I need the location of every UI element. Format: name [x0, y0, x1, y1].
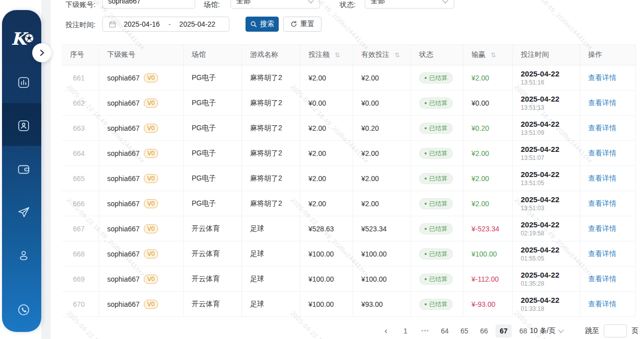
- cell-game: 足球: [242, 216, 300, 241]
- bet-time: 13:51:09: [521, 129, 559, 137]
- cell-bet-amount: ¥2.00: [300, 166, 353, 191]
- venue-value: 开云体育: [192, 275, 220, 284]
- date-start[interactable]: 2025-04-16: [116, 20, 168, 28]
- cell-valid-bet: ¥0.20: [353, 116, 411, 140]
- cell-seq: 666: [62, 191, 99, 216]
- cell-venue: PG电子: [184, 166, 242, 191]
- column-header-9: 操作: [580, 45, 636, 65]
- bet-datetime: 2025-04-2213:51:07: [521, 145, 559, 162]
- view-details-link[interactable]: 查看详情: [588, 149, 616, 158]
- column-header-7[interactable]: 输赢⇅: [463, 45, 513, 65]
- cell-winloss: ¥2.00: [463, 65, 513, 90]
- column-label: 投注额: [308, 50, 330, 59]
- view-details-link[interactable]: 查看详情: [588, 249, 616, 259]
- status-text: 已结算: [429, 301, 447, 308]
- user-icon[interactable]: [17, 249, 30, 262]
- table-row: 667sophia667V0开云体育足球¥528.63¥523.34已结算¥-5…: [62, 216, 636, 241]
- cell-bet-time: 2025-04-2213:51:09: [513, 116, 580, 140]
- column-header-5[interactable]: 有效投注⇅: [353, 45, 411, 65]
- status-select[interactable]: 全部: [365, 0, 454, 9]
- cell-account: sophia667V0: [99, 191, 184, 216]
- view-details-link[interactable]: 查看详情: [588, 174, 616, 183]
- page-size-select[interactable]: 10 条/页: [530, 324, 563, 338]
- jump-page-input[interactable]: [604, 324, 627, 337]
- vip-level-badge: V0: [144, 199, 158, 208]
- bet-datetime: 2025-04-2202:19:58: [521, 220, 559, 237]
- send-icon[interactable]: [17, 206, 30, 219]
- wallet-icon[interactable]: [17, 163, 30, 176]
- cell-game: 麻将胡了2: [242, 141, 300, 165]
- account-name: sophia667: [107, 300, 140, 308]
- view-details-link[interactable]: 查看详情: [588, 300, 616, 309]
- cell-valid-bet: ¥2.00: [353, 191, 411, 216]
- winloss-value: ¥-523.34: [471, 225, 499, 233]
- page-button-68[interactable]: 68: [515, 324, 531, 337]
- phone-circle-icon[interactable]: [17, 303, 30, 316]
- cell-winloss: ¥0.00: [463, 91, 513, 115]
- cell-bet-amount: ¥528.63: [300, 216, 353, 241]
- vip-level-badge: V0: [144, 275, 158, 284]
- column-header-4[interactable]: 投注额⇅: [300, 45, 353, 65]
- user-card-icon[interactable]: [17, 119, 30, 132]
- winloss-value: ¥2.00: [471, 74, 489, 82]
- view-details-link[interactable]: 查看详情: [588, 224, 616, 233]
- cell-valid-bet: ¥100.00: [353, 267, 411, 291]
- account-input[interactable]: sophia667: [102, 0, 195, 9]
- bet-time: 13:51:03: [521, 205, 559, 212]
- bet-time: 13:51:07: [521, 154, 559, 162]
- bar-chart-icon[interactable]: [17, 76, 30, 89]
- cell-bet-amount: ¥2.00: [300, 191, 353, 216]
- cell-account: sophia667V0: [99, 241, 184, 266]
- sidebar-toggle-button[interactable]: [32, 43, 51, 62]
- bet-date: 2025-04-22: [521, 195, 559, 204]
- status-text: 已结算: [429, 200, 447, 207]
- page-ellipsis[interactable]: •••: [417, 324, 433, 337]
- venue-select[interactable]: 全部: [230, 0, 320, 9]
- cell-bet-amount: ¥0.00: [300, 91, 353, 115]
- page-button-64[interactable]: 64: [437, 324, 453, 337]
- view-details-link[interactable]: 查看详情: [588, 99, 616, 108]
- sort-icon[interactable]: ⇅: [335, 51, 340, 59]
- status-dot-icon: [425, 77, 427, 79]
- sort-icon[interactable]: ⇅: [491, 51, 496, 59]
- sort-icon[interactable]: ⇅: [394, 51, 400, 59]
- page-button-65[interactable]: 65: [456, 324, 472, 337]
- status-badge: 已结算: [419, 248, 453, 260]
- status-dot-icon: [425, 152, 427, 154]
- view-details-link[interactable]: 查看详情: [588, 275, 616, 284]
- cell-status: 已结算: [411, 292, 463, 316]
- column-label: 场馆: [192, 50, 206, 59]
- cell-bet-amount: ¥100.00: [300, 292, 353, 316]
- game-value: 麻将胡了2: [250, 99, 282, 108]
- cell-winloss: ¥-93.00: [463, 292, 513, 316]
- calendar-icon: [109, 21, 116, 28]
- account-name: sophia667: [107, 225, 140, 233]
- status-text: 已结算: [429, 250, 447, 258]
- prev-page-button[interactable]: ‹: [378, 324, 394, 337]
- cell-winloss: ¥-523.34: [463, 216, 513, 241]
- valid-bet-value: ¥100.00: [361, 275, 387, 283]
- bet-date: 2025-04-22: [521, 69, 559, 78]
- view-details-link[interactable]: 查看详情: [588, 73, 616, 82]
- page-button-67[interactable]: 67: [496, 324, 512, 337]
- page-button-66[interactable]: 66: [476, 324, 492, 337]
- view-details-link[interactable]: 查看详情: [588, 199, 616, 208]
- bet-datetime: 2025-04-2213:51:16: [521, 69, 559, 87]
- jump-label: 跳至: [585, 326, 599, 335]
- date-end[interactable]: 2025-04-22: [172, 20, 223, 28]
- cell-account: sophia667V0: [99, 91, 184, 115]
- status-dot-icon: [425, 278, 427, 280]
- cell-valid-bet: ¥2.00: [353, 141, 411, 165]
- bet-date: 2025-04-22: [521, 245, 559, 255]
- date-range-picker[interactable]: 2025-04-16 - 2025-04-22: [102, 17, 229, 32]
- valid-bet-value: ¥0.20: [361, 124, 379, 132]
- cell-game: 足球: [242, 241, 300, 266]
- bet-date: 2025-04-22: [521, 120, 559, 129]
- reset-button[interactable]: 重置: [283, 17, 321, 32]
- view-details-link[interactable]: 查看详情: [588, 124, 616, 133]
- search-button[interactable]: 搜索: [246, 17, 279, 32]
- bet-time: 01:33:18: [521, 305, 559, 313]
- page-button-1[interactable]: 1: [397, 324, 414, 337]
- bet-records-table: 序号下级账号场馆游戏名称投注额⇅有效投注⇅状态输赢⇅投注时间操作 661soph…: [62, 44, 636, 317]
- cell-bet-time: 2025-04-2201:55:05: [513, 241, 580, 266]
